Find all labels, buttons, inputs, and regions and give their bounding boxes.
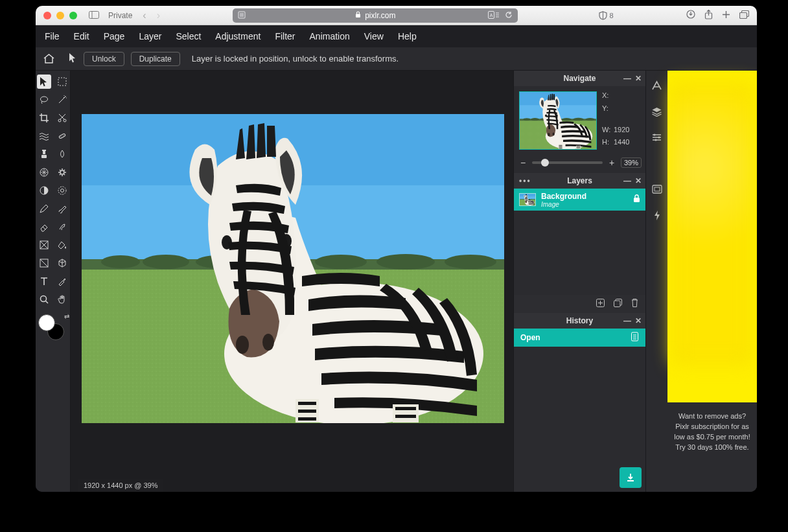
tool-eraser[interactable] [37,220,51,234]
tool-focus[interactable] [55,183,69,198]
tab-text-icon[interactable] [651,80,663,91]
menu-view[interactable]: View [364,31,384,41]
layers-panel-header[interactable]: ••• Layers —✕ [514,173,645,189]
duplicate-button[interactable]: Duplicate [131,52,180,66]
tool-gradient[interactable] [37,238,51,252]
context-message: Layer is locked in position, unlock to e… [192,54,399,64]
url-bar[interactable]: pixlr.com A [233,8,518,23]
unlock-button[interactable]: Unlock [84,52,124,66]
tool-lasso[interactable] [37,93,51,107]
tool-eyedropper[interactable] [55,274,69,288]
lock-icon[interactable] [633,194,640,205]
tab-bolt-icon[interactable] [651,209,663,221]
minimize-icon[interactable]: — [623,176,631,185]
ad-banner[interactable] [667,71,757,402]
minimize-icon[interactable]: — [623,316,631,325]
tool-blur[interactable] [55,147,69,161]
tool-cut[interactable] [55,111,69,125]
tracker-shield[interactable]: 8 [599,11,614,20]
tab-layers-icon[interactable] [651,106,663,117]
ad-line2: Pixlr subscription for as low as $0.75 p… [673,422,752,443]
window-zoom-button[interactable] [69,12,77,19]
forward-button[interactable]: › [157,10,160,21]
tool-disperse[interactable] [55,165,69,179]
close-icon[interactable]: ✕ [635,176,642,185]
menu-filter[interactable]: Filter [275,31,295,41]
menu-file[interactable]: File [45,31,60,41]
download-button[interactable] [620,467,642,488]
svg-rect-71 [655,187,660,191]
menu-layer[interactable]: Layer [139,31,161,41]
layer-thumbnail[interactable] [519,193,536,206]
panel-menu-icon[interactable]: ••• [519,176,531,185]
tool-marquee[interactable] [55,75,69,89]
menu-page[interactable]: Page [104,31,125,41]
browser-window: Private ‹ › pixlr.com A 8 [36,6,757,492]
tool-arrow[interactable] [37,75,51,89]
close-icon[interactable]: ✕ [635,74,642,83]
menu-animation[interactable]: Animation [310,31,350,41]
tool-clone[interactable] [37,147,51,161]
menu-select[interactable]: Select [176,31,201,41]
ad-line1: Want to remove ads? [673,411,752,422]
tool-pen[interactable] [37,202,51,216]
tool-text[interactable] [37,274,51,288]
home-icon[interactable] [42,52,55,65]
downloads-icon[interactable] [686,10,695,21]
window-close-button[interactable] [43,12,51,19]
ad-promo-text: Want to remove ads? Pixlr subscription f… [667,402,757,492]
new-tab-icon[interactable] [722,10,730,21]
site-settings-icon[interactable] [238,11,246,20]
add-layer-icon[interactable] [596,298,605,310]
zoom-out-button[interactable]: − [518,157,528,168]
layer-row[interactable]: Background Image [514,189,645,211]
tool-crop[interactable] [37,111,51,125]
tool-wand[interactable] [55,93,69,107]
layers-footer [514,295,645,313]
zoom-slider[interactable] [532,161,603,164]
tool-hand[interactable] [55,292,69,306]
tool-brush[interactable] [55,202,69,216]
duplicate-layer-icon[interactable] [613,298,623,310]
tool-transform3d[interactable] [55,256,69,270]
history-snapshot-icon[interactable] [631,332,639,343]
tab-adjust-icon[interactable] [651,132,663,143]
back-button[interactable]: ‹ [143,10,146,21]
canvas-area[interactable]: 1920 x 1440 px @ 39% [71,71,513,492]
close-icon[interactable]: ✕ [635,316,642,325]
zoom-in-button[interactable]: + [607,157,617,168]
menu-help[interactable]: Help [398,31,417,41]
history-panel-header[interactable]: History —✕ [514,313,645,329]
color-swatches[interactable]: ⇄ [37,313,69,341]
share-icon[interactable] [704,10,713,21]
menu-adjustment[interactable]: Adjustment [215,31,261,41]
reload-icon[interactable] [505,11,513,20]
tool-contrast[interactable] [37,183,51,198]
tab-frame-icon[interactable] [651,183,663,195]
pointer-icon[interactable] [68,52,77,65]
tabs-icon[interactable] [739,10,749,21]
tool-zoom[interactable] [37,292,51,306]
delete-layer-icon[interactable] [631,298,639,310]
window-minimize-button[interactable] [56,12,64,19]
svg-rect-65 [614,301,621,307]
nav-y-label: Y: [602,104,614,116]
tool-pixelate[interactable] [37,165,51,179]
navigate-thumbnail[interactable] [519,91,597,150]
foreground-swatch[interactable] [38,314,55,331]
tool-liquify[interactable] [37,129,51,143]
zoom-value[interactable]: 39% [621,157,642,168]
svg-point-42 [40,97,47,102]
canvas-image[interactable] [82,114,504,423]
tool-shape[interactable] [37,256,51,270]
minimize-icon[interactable]: — [623,74,631,83]
reader-icon[interactable]: A [488,11,500,20]
menu-edit[interactable]: Edit [74,31,89,41]
tool-fill[interactable] [55,238,69,252]
tool-heal[interactable] [55,129,69,143]
swap-colors-icon[interactable]: ⇄ [64,313,69,320]
navigate-panel-header[interactable]: Navigate —✕ [514,71,645,86]
history-item[interactable]: Open [514,329,645,347]
sidebar-toggle-icon[interactable] [89,10,99,21]
tool-smudge[interactable] [55,220,69,234]
